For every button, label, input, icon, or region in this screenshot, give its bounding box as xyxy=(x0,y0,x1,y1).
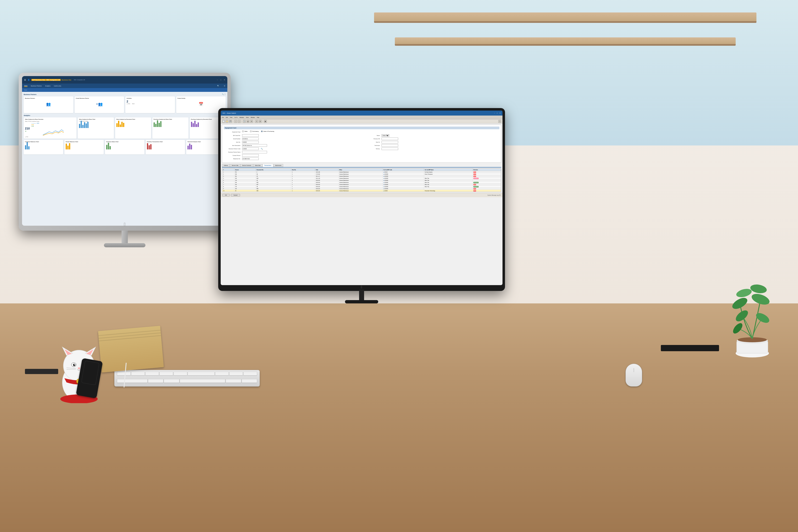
table-row[interactable]: 8 CN 28 1 03.06.20 General Warehouse ■ C… xyxy=(222,186,501,188)
status-select[interactable]: Active xyxy=(382,134,389,137)
customer-balances-chart xyxy=(25,143,62,149)
apple-mouse[interactable] xyxy=(626,364,642,386)
menu-tools[interactable]: Tools xyxy=(246,117,249,118)
stand-neck xyxy=(121,231,128,243)
create-bp-title: Create Business Partner xyxy=(76,98,123,99)
right-maximize[interactable]: □ xyxy=(497,112,498,114)
tb-word[interactable]: W xyxy=(259,120,262,123)
right-minimize[interactable]: − xyxy=(494,112,495,114)
minimize-icon[interactable]: − xyxy=(217,79,218,81)
tb-email[interactable]: ✉ xyxy=(250,120,253,123)
nav-analytics[interactable]: Analytics xyxy=(45,85,51,87)
maximize-icon[interactable]: □ xyxy=(220,79,221,81)
menu-edit[interactable]: Edit xyxy=(226,117,228,118)
tb-layout[interactable]: ▦ xyxy=(264,120,267,123)
contact-input[interactable] xyxy=(242,154,259,157)
activities-subtitle: ▲ View Open xyxy=(127,103,174,104)
activities-card[interactable]: Activities 2 ▲ View Open xyxy=(125,96,175,113)
table-row[interactable]: 6 DN 825 1 03.06.20 General Warehouse ■ … xyxy=(222,182,501,184)
create-bp-card[interactable]: Create Business Partner +👥 xyxy=(75,96,124,113)
cancel-button[interactable]: Cancel xyxy=(231,194,240,196)
sales-rows-chart: Sales Analysis by Rows Chart Last 12 Mon… xyxy=(78,117,114,139)
tab-attachments[interactable]: Attachments xyxy=(273,164,283,167)
tb-print[interactable]: 🖨 xyxy=(246,120,249,123)
serial-number-input[interactable] xyxy=(242,137,259,140)
new-sn-input[interactable] xyxy=(382,141,398,144)
technician-input[interactable] xyxy=(382,144,398,147)
bp-name-input[interactable] xyxy=(242,151,267,153)
telephone-row: Telephone No. xyxy=(224,157,360,160)
tb-save[interactable]: 💾 xyxy=(229,120,232,123)
contact-row: Contact Person xyxy=(224,154,360,157)
equipment-type-row: Equipment Type Sales Purchasing xyxy=(224,131,499,133)
tab-sales-data[interactable]: Sales Data xyxy=(253,164,263,167)
hamburger-icon[interactable]: ☰ xyxy=(24,79,26,81)
tb-new[interactable]: 📄 xyxy=(222,120,225,123)
radio-sales-purchasing[interactable]: Sales & Purchasing xyxy=(261,131,274,132)
nav-sales[interactable]: Sales xyxy=(24,85,27,87)
cell-whse: General Warehouse xyxy=(339,171,383,173)
tb-help[interactable]: ? xyxy=(498,120,501,123)
radio-sales[interactable]: Sales xyxy=(242,131,247,132)
nav-business-partners[interactable]: Business Partners xyxy=(31,85,42,87)
territory-row: Territory xyxy=(363,148,499,150)
radio-purchasing-button[interactable] xyxy=(250,131,252,132)
tab-transactions[interactable]: Transactions xyxy=(263,164,273,167)
th-gl-name: GL Acct/BP Name xyxy=(424,169,473,171)
tb-prev[interactable]: ← xyxy=(234,120,237,123)
sap-company-name: OEC Computers UK xyxy=(74,79,85,80)
tab-address[interactable]: Address xyxy=(222,164,230,167)
table-row[interactable]: 9 DN 858 1 03.06.20 General Warehouse ■ … xyxy=(222,188,501,190)
close-icon[interactable]: ✕ xyxy=(224,79,225,81)
apple-keyboard[interactable] xyxy=(114,370,260,386)
right-menubar: File Edit View Go To Modules Tools Windo… xyxy=(221,116,502,119)
table-row-selected[interactable]: 10 IN 859 1 03.06.20 General Warehouse ■… xyxy=(222,190,501,192)
menu-modules[interactable]: Modules xyxy=(240,117,244,118)
stand-base xyxy=(104,243,146,247)
tb-open[interactable]: 📁 xyxy=(226,120,228,123)
bp-card[interactable]: Business Partners 👥 xyxy=(24,96,73,113)
radio-purchasing[interactable]: Purchasing xyxy=(250,131,259,132)
menu-view[interactable]: View xyxy=(230,117,232,118)
sap-header: ☰ 👤 SAP Business One - OEC Computers UK … xyxy=(22,76,227,83)
menu-goto[interactable]: Go To xyxy=(234,117,238,118)
table-row[interactable]: 1 PO 2 1 10.01.06 General Warehouse ■ V1… xyxy=(222,171,501,173)
radio-sales-button[interactable] xyxy=(242,131,244,132)
bp-code-input[interactable] xyxy=(242,148,259,150)
mfr-serial-input[interactable] xyxy=(242,134,259,137)
menu-help[interactable]: Help xyxy=(257,117,259,118)
right-close[interactable]: ✕ xyxy=(499,112,501,114)
telephone-input[interactable] xyxy=(242,157,259,160)
status-row: Status Active xyxy=(363,134,499,137)
menu-file[interactable]: File xyxy=(222,117,224,118)
prev-sn-input[interactable] xyxy=(382,137,398,140)
item-no-input[interactable] xyxy=(242,141,259,144)
item-desc-input[interactable] xyxy=(242,144,267,147)
territory-input[interactable] xyxy=(382,148,398,150)
table-row[interactable]: 4 DN 840 1 19.11.18 General Warehouse ■ … xyxy=(222,177,501,179)
table-row[interactable]: 2 DN 56 1 17.03.06 General Warehouse ■ C… xyxy=(222,173,501,175)
radio-sales-label: Sales xyxy=(244,131,247,132)
search-bp-icon[interactable]: 🔍 ⋮ xyxy=(222,94,226,95)
search-icon[interactable]: 🔍 xyxy=(217,85,219,87)
radio-sales-purchasing-button[interactable] xyxy=(261,131,263,132)
table-row[interactable]: 7 DN 857 1 03.06.20 General Warehouse ■ … xyxy=(222,184,501,186)
tab-service-contracts[interactable]: Service Contracts xyxy=(240,164,253,167)
menu-window[interactable]: Window xyxy=(251,117,255,118)
subnav-home[interactable]: Home xyxy=(24,89,27,91)
nav-useful-links[interactable]: Useful Links xyxy=(54,85,61,87)
left-monitor-stand xyxy=(104,231,146,247)
bp-lookup-icon[interactable]: 🔍 xyxy=(261,148,263,150)
table-row[interactable]: 5 CN 25 4 03.06.20 General Warehouse ■ C… xyxy=(222,179,501,182)
tab-service-calls[interactable]: Service Calls xyxy=(230,164,240,167)
tb-excel[interactable]: X xyxy=(255,120,258,123)
tb-next[interactable]: → xyxy=(238,120,241,123)
table-row[interactable]: 3 RE 20 1 30.11.17 General Warehouse ■ C… xyxy=(222,175,501,177)
cell-num: 2 xyxy=(222,173,234,175)
ok-button[interactable]: OK xyxy=(222,194,230,196)
bp-name-row: Business Partner Name xyxy=(224,151,360,153)
tb-find[interactable]: 🔍 xyxy=(243,120,246,123)
settings-icon[interactable]: ⚙ xyxy=(224,85,225,87)
plant-svg xyxy=(723,262,781,366)
th-doc-no: Document No. xyxy=(255,169,291,171)
